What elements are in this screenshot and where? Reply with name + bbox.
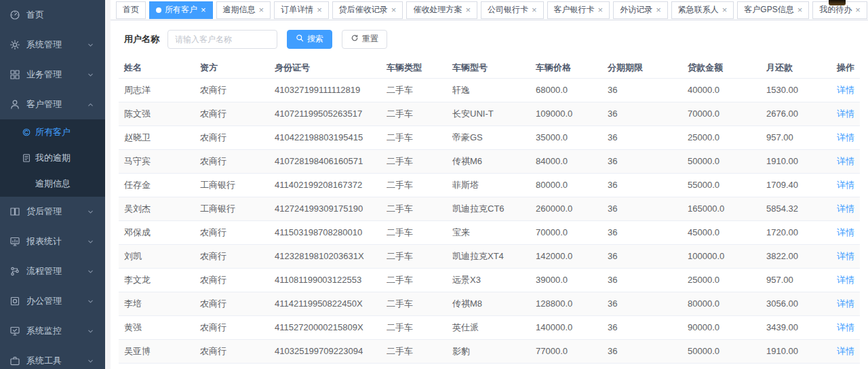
detail-link[interactable]: 详情	[837, 180, 854, 190]
tab-5[interactable]: 催收处理方案×	[406, 1, 477, 19]
table-row: 陈文强农商行410721199505263517二手车长安UNI-T109000…	[119, 102, 860, 125]
tab-label: 客户GPS信息	[744, 4, 793, 16]
table-cell: 100000.0	[682, 244, 761, 268]
tab-close-icon[interactable]: ×	[656, 5, 661, 14]
detail-link[interactable]: 详情	[837, 346, 854, 356]
table-cell: 1910.00	[761, 149, 822, 173]
tab-close-icon[interactable]: ×	[532, 5, 537, 14]
table-cell: 128800.0	[530, 292, 602, 315]
sidebar-submenu: 所有客户我的逾期逾期信息	[0, 119, 105, 197]
chevron-down-icon	[87, 268, 94, 275]
detail-link[interactable]: 详情	[837, 322, 854, 332]
detail-link[interactable]: 详情	[837, 227, 854, 237]
sidebar-item-9[interactable]: 流程管理	[0, 256, 105, 286]
tab-label: 订单详情	[281, 4, 313, 16]
table-row: 详情	[119, 363, 860, 369]
sidebar-item-5[interactable]: 我的逾期	[0, 145, 105, 171]
table-cell: 50000.0	[682, 149, 761, 173]
detail-link[interactable]: 详情	[837, 275, 854, 285]
tab-1[interactable]: 所有客户×	[149, 1, 213, 19]
sidebar-item-11[interactable]: 系统监控	[0, 316, 105, 346]
table-cell: 农商行	[195, 292, 269, 315]
tab-6[interactable]: 公司银行卡×	[481, 1, 544, 19]
table-cell: 二手车	[381, 149, 447, 173]
tab-7[interactable]: 客户银行卡×	[547, 1, 610, 19]
sidebar-scrollbar[interactable]	[105, 0, 111, 369]
sidebar-item-3[interactable]: 客户管理	[0, 90, 105, 119]
gear-icon	[9, 39, 20, 50]
table-cell: 帝豪GS	[447, 125, 530, 149]
detail-link[interactable]: 详情	[837, 85, 854, 95]
sidebar-item-1[interactable]: 系统管理	[0, 30, 105, 60]
tab-close-icon[interactable]: ×	[201, 5, 206, 14]
table-cell: 5854.32	[761, 197, 822, 220]
sidebar-item-6[interactable]: 逾期信息	[0, 171, 105, 197]
sidebar-item-label: 逾期信息	[35, 178, 71, 190]
sidebar-item-7[interactable]: 贷后管理	[0, 197, 105, 227]
sidebar-item-2[interactable]: 业务管理	[0, 60, 105, 90]
detail-link[interactable]: 详情	[837, 109, 854, 119]
column-header-0: 姓名	[119, 58, 195, 78]
tab-3[interactable]: 订单详情×	[274, 1, 329, 19]
table-row: 黄强农商行41152720000215809X二手车英仕派140000.0369…	[119, 315, 860, 339]
table-cell: 50000.0	[682, 339, 761, 363]
detail-link[interactable]: 详情	[837, 203, 854, 214]
sidebar-item-12[interactable]: 系统工具	[0, 346, 105, 369]
table-cell: 农商行	[195, 78, 269, 102]
tab-close-icon[interactable]: ×	[391, 5, 397, 14]
tab-close-icon[interactable]: ×	[259, 5, 264, 14]
detail-link[interactable]: 详情	[837, 298, 854, 309]
table-cell: 36	[602, 339, 682, 363]
detail-link[interactable]: 详情	[837, 156, 854, 166]
table-cell: 二手车	[381, 220, 447, 244]
sidebar-item-0[interactable]: 首页	[0, 0, 105, 30]
table-cell: 农商行	[195, 244, 269, 268]
tab-0[interactable]: 首页×	[116, 1, 146, 19]
app-root: 首页系统管理业务管理客户管理所有客户我的逾期逾期信息贷后管理报表统计流程管理办公…	[0, 0, 868, 369]
table-cell: 36	[602, 220, 682, 244]
table-cell	[761, 363, 822, 369]
tab-close-icon[interactable]: ×	[317, 5, 322, 14]
table-cell: 二手车	[381, 339, 447, 363]
chevron-down-icon	[87, 298, 94, 305]
table-cell: 41232819810203631X	[269, 244, 381, 268]
table-cell: 农商行	[195, 315, 269, 339]
detail-link[interactable]: 详情	[837, 132, 854, 142]
table-cell: 影豹	[447, 339, 530, 363]
table-cell: 140000.0	[530, 315, 602, 339]
sidebar-item-4[interactable]: 所有客户	[0, 119, 105, 145]
table-cell: 农商行	[195, 125, 269, 149]
table-cell: 109000.0	[530, 102, 602, 125]
table-cell: 长安UNI-T	[447, 102, 530, 125]
sidebar-item-8[interactable]: 报表统计	[0, 227, 105, 256]
reset-button[interactable]: 重置	[342, 30, 387, 49]
table-cell: 传祺M8	[447, 292, 530, 315]
column-header-4: 车辆型号	[447, 58, 530, 78]
tab-10[interactable]: 客户GPS信息×	[737, 1, 809, 19]
tab-close-icon[interactable]: ×	[855, 5, 861, 14]
tab-4[interactable]: 贷后催收记录×	[332, 1, 403, 19]
table-cell: 工商银行	[195, 173, 269, 197]
table-cell: 41142119950822450X	[269, 292, 381, 315]
search-button[interactable]: 搜索	[287, 30, 332, 49]
table-cell: 菲斯塔	[447, 173, 530, 197]
customer-name-input[interactable]	[167, 30, 277, 49]
tab-9[interactable]: 紧急联系人×	[671, 1, 734, 19]
table-cell: 轩逸	[447, 78, 530, 102]
detail-link[interactable]: 详情	[837, 251, 854, 261]
table-row: 周志洋农商行410327199111112819二手车轩逸68000.03640…	[119, 78, 860, 102]
table-cell: 宝来	[447, 220, 530, 244]
tab-8[interactable]: 外访记录×	[613, 1, 668, 19]
table-cell: 3439.00	[761, 315, 822, 339]
sidebar-item-10[interactable]: 办公管理	[0, 286, 105, 316]
tab-2[interactable]: 逾期信息×	[216, 1, 271, 19]
tab-close-icon[interactable]: ×	[598, 5, 604, 14]
table-cell: 410728198406160571	[269, 149, 381, 173]
table-cell: 411402199208167372	[269, 173, 381, 197]
loan-icon	[9, 206, 20, 217]
tab-close-icon[interactable]: ×	[722, 5, 728, 14]
tab-close-icon[interactable]: ×	[465, 5, 471, 14]
tools-icon	[9, 355, 20, 366]
tab-label: 我的待办	[819, 4, 852, 16]
tab-close-icon[interactable]: ×	[797, 5, 803, 14]
